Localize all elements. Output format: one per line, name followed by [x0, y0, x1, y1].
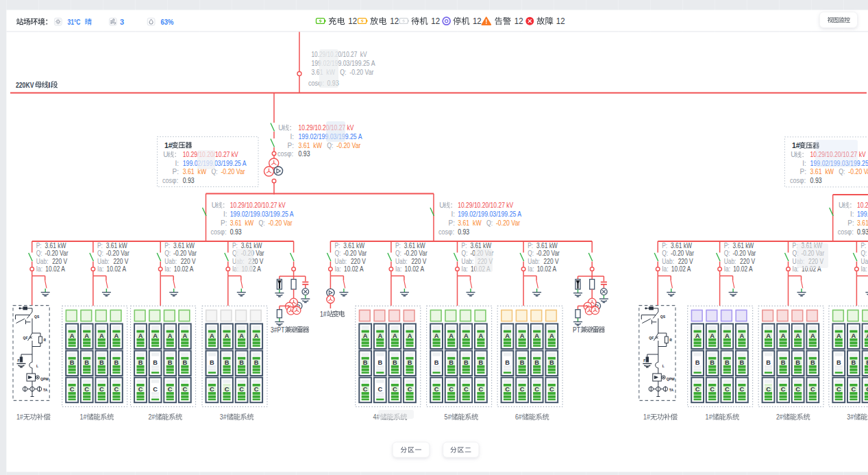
svg-text:3.61 kW Q: -0.20 Var: 3.61 kW Q: -0.20 Var [183, 168, 246, 175]
svg-text:B: B [695, 359, 700, 366]
svg-text:-0.20 Var: -0.20 Var [671, 249, 694, 257]
svg-text:A: A [393, 332, 397, 339]
svg-text:-0.20 Var: -0.20 Var [45, 249, 69, 257]
svg-text:220 V: 220 V [113, 258, 128, 265]
svg-text:A: A [479, 332, 484, 339]
svg-text:C: C [138, 386, 143, 393]
svg-text:B: B [168, 359, 173, 366]
svg-text:A: A [534, 332, 539, 339]
svg-text:A: A [740, 332, 745, 339]
svg-text:3.61 kW: 3.61 kW [671, 242, 692, 249]
svg-text:P:: P: [173, 168, 179, 175]
svg-text:U: U [278, 124, 283, 132]
svg-text:2#: 2# [148, 413, 155, 421]
svg-text:B: B [520, 359, 525, 366]
svg-text:10.29/10.20/10.27 kV: 10.29/10.20/10.27 kV [458, 202, 513, 209]
svg-text:-0.20 Var: -0.20 Var [343, 249, 367, 257]
svg-text:31°C: 31°C [68, 18, 81, 26]
svg-text:1#: 1# [706, 413, 712, 421]
svg-text:P:: P: [861, 242, 867, 249]
svg-text:QPW: QPW [40, 377, 49, 381]
svg-text:Uab:: Uab: [462, 258, 474, 265]
svg-text:12: 12 [556, 16, 565, 26]
svg-text:I:: I: [451, 210, 455, 218]
svg-text:10.02 A: 10.02 A [733, 265, 753, 273]
svg-text:A: A [505, 332, 510, 339]
svg-text:B: B [449, 359, 454, 366]
svg-text:1#: 1# [164, 141, 173, 149]
svg-text:C: C [408, 386, 412, 393]
svg-text:3: 3 [120, 18, 124, 26]
svg-text:A: A [225, 332, 230, 339]
svg-text:B: B [84, 359, 89, 366]
svg-text:10.02 A: 10.02 A [405, 265, 425, 273]
svg-text:3.61 kW Q: -0.20 Var: 3.61 kW Q: -0.20 Var [458, 219, 521, 227]
svg-text:φ:: φ: [172, 177, 178, 184]
svg-text:P:: P: [800, 168, 806, 175]
svg-text:220 V: 220 V [740, 258, 755, 265]
svg-text:B: B [408, 359, 412, 366]
svg-text:C: C [239, 386, 244, 393]
svg-text:Ia:: Ia: [462, 265, 468, 273]
svg-text:10.02 A: 10.02 A [671, 265, 691, 273]
svg-text:φ:: φ: [799, 177, 806, 184]
svg-text:P:: P: [164, 242, 170, 249]
svg-text:Uab:: Uab: [395, 258, 408, 265]
svg-text:F: F [643, 358, 645, 363]
svg-text:B: B [434, 359, 439, 366]
svg-text:Uab:: Uab: [164, 258, 177, 265]
svg-text:0.93: 0.93 [458, 228, 469, 236]
svg-text:QF: QF [649, 336, 654, 340]
svg-text:B: B [505, 359, 510, 366]
svg-text:A: A [210, 332, 214, 339]
svg-text:C: C [363, 386, 368, 393]
svg-text:1#: 1# [643, 413, 650, 421]
svg-text:0.93: 0.93 [183, 177, 195, 184]
svg-text:U: U [439, 202, 444, 209]
svg-text:-0.20 Var: -0.20 Var [106, 249, 129, 257]
svg-text:C: C [520, 386, 525, 393]
svg-text:1#: 1# [320, 310, 327, 318]
svg-text:C: C [534, 386, 539, 393]
svg-text:P:: P: [395, 242, 401, 249]
svg-text:L: L [662, 364, 665, 368]
svg-text:QPW: QPW [667, 377, 675, 381]
svg-text:QS: QS [34, 315, 40, 319]
svg-text:A: A [710, 332, 715, 339]
svg-text:10.02 A: 10.02 A [344, 265, 364, 273]
svg-text:B: B [725, 359, 730, 366]
svg-text:B: B [182, 359, 187, 366]
svg-text:B: B [377, 359, 382, 366]
svg-text:Q:: Q: [861, 249, 867, 257]
svg-text:C: C [84, 386, 89, 393]
svg-text:Q:: Q: [97, 249, 103, 257]
svg-text:Ia:: Ia: [528, 265, 534, 273]
svg-text:12: 12 [514, 16, 523, 26]
svg-text:B: B [239, 359, 244, 366]
svg-text:3.61 kW: 3.61 kW [241, 242, 262, 249]
svg-text:10.02 A: 10.02 A [174, 265, 194, 273]
svg-text:1#: 1# [792, 141, 800, 149]
svg-text:Uab:: Uab: [662, 258, 674, 265]
svg-text:B: B [795, 359, 800, 366]
svg-text:C: C [852, 386, 856, 393]
svg-text:C: C [505, 386, 510, 393]
svg-text:C: C [781, 386, 786, 393]
svg-text:A: A [168, 332, 173, 339]
svg-text:U: U [839, 202, 843, 209]
svg-text:B: B [710, 359, 715, 366]
svg-text:I: I [49, 81, 51, 89]
svg-text:C: C [377, 386, 382, 393]
svg-text:Q:: Q: [662, 249, 668, 257]
svg-text:U: U [163, 151, 168, 158]
svg-text:A: A [138, 332, 143, 339]
svg-text:220 V: 220 V [181, 258, 196, 265]
svg-text:A: A [239, 332, 244, 339]
svg-text:C: C [810, 386, 815, 393]
svg-text:cos: cos [162, 177, 172, 184]
svg-text:0.93: 0.93 [857, 228, 868, 236]
svg-text:U: U [212, 202, 216, 209]
svg-text:B: B [393, 359, 397, 366]
svg-text:A: A [852, 332, 856, 339]
svg-text:12: 12 [348, 16, 357, 26]
